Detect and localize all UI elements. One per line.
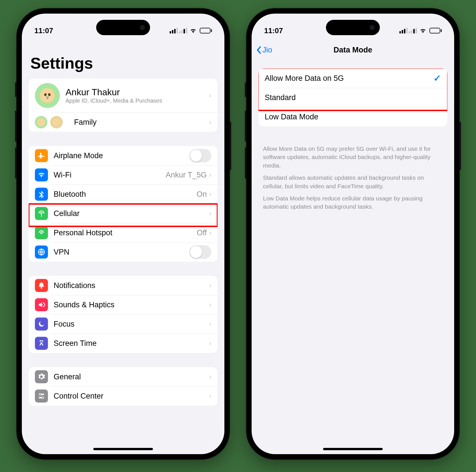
hotspot-row[interactable]: Personal Hotspot Off › bbox=[29, 223, 218, 242]
chevron-right-icon: › bbox=[209, 320, 211, 328]
chevron-right-icon: › bbox=[209, 92, 211, 100]
chevron-right-icon: › bbox=[209, 171, 211, 179]
standard-row[interactable]: Standard bbox=[258, 88, 447, 107]
chevron-right-icon: › bbox=[209, 339, 211, 347]
avatar-icon bbox=[35, 83, 60, 108]
apple-id-row[interactable]: Ankur Thakur Apple ID, iCloud+, Media & … bbox=[29, 79, 218, 113]
svg-point-18 bbox=[42, 397, 44, 399]
phone-left: 11:07 Settings Ankur Thakur Apple ID, iC… bbox=[17, 9, 229, 459]
cellular-signal-icon bbox=[399, 28, 408, 33]
checkmark-icon: ✓ bbox=[433, 73, 441, 84]
phone-right: 11:07 Jio Data Mode Allow More Data on 5… bbox=[247, 9, 459, 459]
chevron-right-icon: › bbox=[209, 229, 211, 237]
bell-icon bbox=[35, 279, 48, 292]
gear-icon bbox=[35, 370, 48, 383]
svg-point-17 bbox=[39, 393, 41, 395]
cellular-signal-icon bbox=[170, 28, 178, 33]
dynamic-island bbox=[96, 20, 150, 35]
vpn-toggle[interactable] bbox=[189, 245, 211, 259]
bluetooth-icon bbox=[35, 188, 48, 201]
footer-standard: Standard allows automatic updates and ba… bbox=[252, 170, 454, 190]
low-data-mode-row[interactable]: Low Data Mode bbox=[258, 107, 447, 126]
footer-allow: Allow More Data on 5G may prefer 5G over… bbox=[252, 141, 454, 170]
status-time: 11:07 bbox=[34, 26, 53, 35]
home-indicator[interactable] bbox=[323, 448, 383, 450]
chevron-right-icon: › bbox=[209, 301, 211, 309]
cellular-signal-2-icon bbox=[409, 28, 417, 33]
focus-row[interactable]: Focus › bbox=[29, 314, 218, 334]
chevron-right-icon: › bbox=[209, 392, 211, 400]
airplane-mode-row[interactable]: Airplane Mode bbox=[29, 146, 218, 165]
allow-more-data-row[interactable]: Allow More Data on 5G ✓ bbox=[258, 69, 447, 88]
general-group: General › Control Center › bbox=[29, 367, 218, 406]
family-label: Family bbox=[74, 118, 209, 127]
svg-point-6 bbox=[41, 90, 46, 94]
vpn-row[interactable]: VPN bbox=[29, 242, 218, 262]
svg-point-4 bbox=[46, 97, 47, 98]
general-row[interactable]: General › bbox=[29, 367, 218, 386]
screentime-row[interactable]: Screen Time › bbox=[29, 334, 218, 353]
svg-point-13 bbox=[58, 119, 60, 122]
cellular-signal-2-icon bbox=[179, 28, 187, 33]
svg-point-7 bbox=[49, 90, 54, 94]
chevron-right-icon: › bbox=[209, 209, 211, 217]
speaker-icon bbox=[35, 298, 48, 311]
data-mode-group: Allow More Data on 5G ✓ Standard Low Dat… bbox=[258, 69, 447, 126]
family-avatar-2-icon bbox=[50, 116, 63, 128]
wifi-row[interactable]: Wi-Fi Ankur T_5G › bbox=[29, 165, 218, 185]
notifications-row[interactable]: Notifications › bbox=[29, 276, 218, 295]
svg-point-10 bbox=[42, 119, 45, 122]
svg-point-5 bbox=[48, 97, 49, 98]
nav-bar: Jio Data Mode bbox=[252, 40, 454, 60]
profile-name: Ankur Thakur bbox=[66, 87, 209, 98]
profile-group: Ankur Thakur Apple ID, iCloud+, Media & … bbox=[29, 79, 218, 132]
hourglass-icon bbox=[35, 337, 48, 350]
battery-icon bbox=[200, 28, 212, 33]
dynamic-island bbox=[326, 20, 380, 35]
antenna-icon bbox=[35, 207, 48, 220]
home-indicator[interactable] bbox=[93, 448, 153, 450]
wifi-icon bbox=[419, 28, 427, 33]
cellular-row[interactable]: Cellular › bbox=[29, 204, 218, 223]
wifi-icon bbox=[35, 168, 48, 181]
battery-icon bbox=[429, 28, 442, 33]
nav-title: Data Mode bbox=[334, 46, 372, 54]
chevron-right-icon: › bbox=[209, 373, 211, 381]
globe-icon bbox=[35, 245, 48, 259]
chevron-right-icon: › bbox=[209, 281, 211, 289]
airplane-icon bbox=[35, 149, 48, 162]
back-button[interactable]: Jio bbox=[256, 46, 272, 54]
airplane-toggle[interactable] bbox=[189, 149, 211, 162]
chevron-right-icon: › bbox=[209, 190, 211, 198]
moon-icon bbox=[35, 318, 48, 331]
status-time: 11:07 bbox=[264, 26, 283, 35]
hotspot-icon bbox=[35, 226, 48, 239]
sliders-icon bbox=[35, 390, 48, 403]
connectivity-group: Airplane Mode Wi-Fi Ankur T_5G › Bluetoo… bbox=[29, 146, 218, 262]
profile-sub: Apple ID, iCloud+, Media & Purchases bbox=[66, 98, 209, 104]
chevron-left-icon bbox=[256, 46, 261, 54]
footer-low: Low Data Mode helps reduce cellular data… bbox=[252, 190, 454, 211]
family-avatar-1-icon bbox=[35, 116, 47, 128]
wifi-icon bbox=[189, 28, 197, 33]
svg-point-9 bbox=[38, 119, 40, 122]
bluetooth-row[interactable]: Bluetooth On › bbox=[29, 185, 218, 204]
chevron-right-icon: › bbox=[209, 118, 211, 126]
notifications-group: Notifications › Sounds & Haptics › Focus… bbox=[29, 276, 218, 353]
sounds-row[interactable]: Sounds & Haptics › bbox=[29, 295, 218, 314]
svg-point-12 bbox=[53, 119, 56, 122]
control-center-row[interactable]: Control Center › bbox=[29, 386, 218, 406]
family-row[interactable]: Family › bbox=[29, 113, 218, 132]
page-title: Settings bbox=[22, 40, 224, 79]
